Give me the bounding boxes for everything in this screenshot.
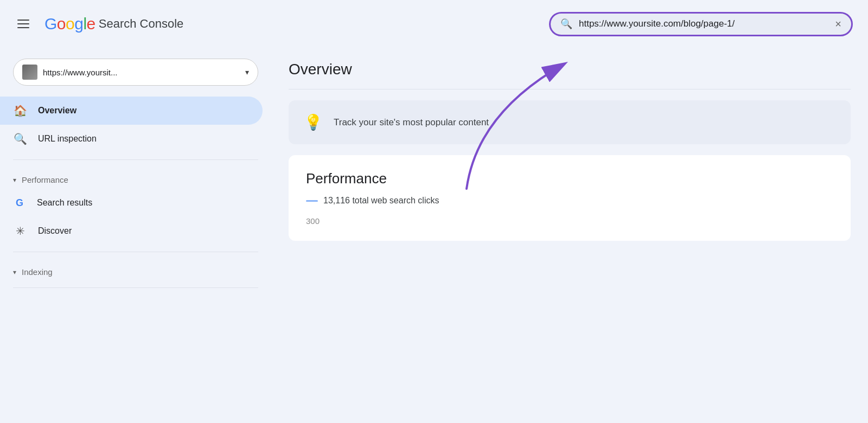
performance-card-title: Performance — [306, 170, 833, 187]
chevron-down-icon: ▾ — [245, 68, 249, 76]
discover-label: Discover — [38, 226, 72, 236]
sidebar-item-url-inspection[interactable]: 🔍 URL inspection — [0, 125, 263, 153]
sidebar-overview-label: Overview — [38, 106, 76, 116]
site-selector[interactable]: https://www.yoursit... ▾ — [13, 59, 258, 86]
logo-e: e — [87, 15, 95, 33]
sidebar-item-discover[interactable]: ✳ Discover — [0, 217, 263, 245]
chevron-down-indexing-icon: ▾ — [13, 268, 16, 276]
search-icon: 🔍 — [560, 18, 572, 30]
performance-stat-value: 13,116 total web search clicks — [323, 196, 439, 206]
performance-stat: 13,116 total web search clicks — [306, 196, 833, 206]
site-favicon — [22, 65, 37, 80]
logo-g: G — [44, 15, 57, 33]
lightbulb-icon: 💡 — [304, 113, 323, 131]
perf-line-indicator — [306, 200, 318, 202]
overview-title: Overview — [289, 61, 851, 78]
url-input[interactable]: https://www.yoursite.com/blog/page-1/ — [579, 18, 828, 29]
main-layout: https://www.yoursit... ▾ 🏠 Overview 🔍 UR… — [0, 48, 868, 423]
divider-3 — [13, 287, 258, 288]
performance-section-header[interactable]: ▾ Performance — [0, 166, 271, 189]
search-results-label: Search results — [37, 198, 92, 208]
logo-area: Google Search Console — [44, 15, 183, 33]
divider-1 — [13, 159, 258, 160]
divider-2 — [13, 252, 258, 252]
site-url-text: https://www.yoursit... — [43, 68, 240, 77]
console-title: Search Console — [99, 17, 184, 31]
sidebar-url-inspection-label: URL inspection — [38, 134, 97, 144]
home-icon: 🏠 — [13, 104, 27, 117]
tip-card: 💡 Track your site's most popular content — [289, 100, 851, 144]
hamburger-menu-button[interactable] — [15, 17, 31, 30]
top-bar: Google Search Console 🔍 https://www.your… — [0, 0, 868, 48]
google-logo: Google — [44, 15, 95, 33]
overview-divider — [289, 89, 851, 89]
magnify-icon: 🔍 — [13, 132, 27, 145]
chevron-down-performance-icon: ▾ — [13, 176, 16, 184]
performance-section-label: Performance — [22, 175, 68, 184]
performance-card: Performance 13,116 total web search clic… — [289, 155, 851, 241]
logo-o1: o — [57, 15, 66, 33]
chart-y-label: 300 — [306, 216, 833, 226]
logo-o2: o — [66, 15, 74, 33]
indexing-section-header[interactable]: ▾ Indexing — [0, 259, 271, 281]
sidebar-item-search-results[interactable]: G Search results — [0, 189, 263, 217]
discover-icon: ✳ — [13, 225, 27, 238]
sidebar-item-overview[interactable]: 🏠 Overview — [0, 97, 263, 125]
close-icon[interactable]: × — [835, 18, 841, 30]
logo-g2: g — [74, 15, 83, 33]
content-area: Overview 💡 Track your site's most popula… — [271, 48, 868, 423]
tip-text: Track your site's most popular content — [334, 117, 489, 128]
google-g-icon: G — [13, 196, 26, 209]
url-bar[interactable]: 🔍 https://www.yoursite.com/blog/page-1/ … — [549, 12, 853, 36]
indexing-section-label: Indexing — [22, 267, 53, 277]
sidebar: https://www.yoursit... ▾ 🏠 Overview 🔍 UR… — [0, 48, 271, 423]
